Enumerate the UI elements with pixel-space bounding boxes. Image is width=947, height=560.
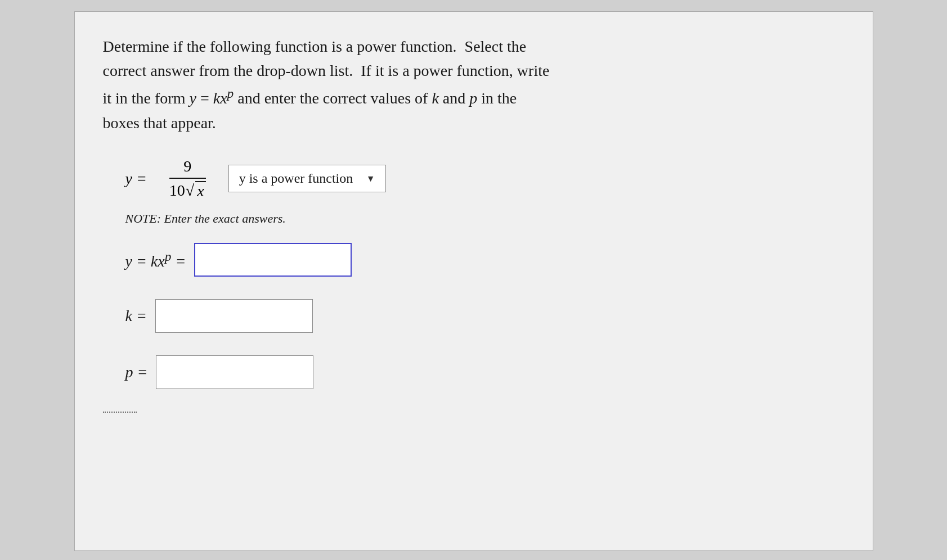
kxp-input[interactable] xyxy=(194,243,352,277)
sqrt-container: √ x xyxy=(186,181,206,200)
fraction-denominator: 10 √ x xyxy=(169,179,206,200)
kxp-label: y = kxp = xyxy=(125,249,186,270)
k-input-row: k = xyxy=(125,299,845,333)
sqrt-radicand: x xyxy=(195,181,205,200)
fraction-numerator: 9 xyxy=(183,157,191,178)
main-container: Determine if the following function is a… xyxy=(74,11,873,551)
dropdown-arrow-icon: ▼ xyxy=(366,174,375,184)
fraction: 9 10 √ x xyxy=(169,157,206,200)
note-text: NOTE: Enter the exact answers. xyxy=(125,211,845,226)
sqrt-symbol: √ xyxy=(186,182,194,200)
p-input[interactable] xyxy=(156,355,313,389)
k-label: k = xyxy=(125,307,147,325)
kxp-input-row: y = kxp = xyxy=(125,243,845,277)
k-input[interactable] xyxy=(155,299,313,333)
power-function-dropdown[interactable]: y is a power function ▼ xyxy=(228,165,386,192)
problem-instructions: Determine if the following function is a… xyxy=(103,34,845,135)
denominator-coeff: 10 xyxy=(169,182,185,200)
p-label: p = xyxy=(125,363,148,381)
equation-row: y = 9 10 √ x y is a power function ▼ xyxy=(125,157,845,200)
y-equals-label: y = xyxy=(125,170,147,188)
bottom-dots-divider xyxy=(103,412,137,416)
p-input-row: p = xyxy=(125,355,845,389)
dropdown-label-text: y is a power function xyxy=(239,171,353,186)
